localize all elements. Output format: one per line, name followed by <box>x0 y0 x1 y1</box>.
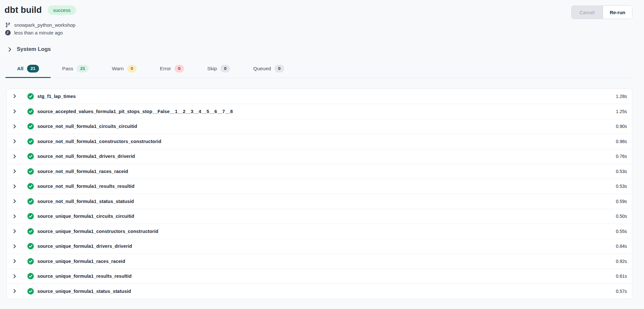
expand-chevron-icon[interactable] <box>11 108 18 115</box>
run-actions: Cancel Re-run <box>571 5 632 19</box>
node-name: source_not_null_formula1_constructors_co… <box>37 139 161 144</box>
run-detail-page: dbt build success Cancel Re-run snowpark… <box>0 0 644 299</box>
table-row[interactable]: source_unique_formula1_circuits_circuiti… <box>7 209 632 224</box>
expand-chevron-icon[interactable] <box>11 198 18 205</box>
node-name: source_accepted_values_formula1_pit_stop… <box>37 109 233 114</box>
pass-check-icon <box>27 168 34 175</box>
node-name: source_unique_formula1_drivers_driverid <box>37 244 132 249</box>
expand-chevron-icon[interactable] <box>11 273 18 279</box>
pass-check-icon <box>27 258 34 265</box>
system-logs-toggle[interactable]: System Logs <box>7 46 51 53</box>
expand-chevron-icon[interactable] <box>11 138 18 145</box>
node-duration: 0.59s <box>616 199 627 204</box>
node-name: source_unique_formula1_circuits_circuiti… <box>37 214 134 219</box>
node-duration: 0.98s <box>616 139 627 144</box>
expand-chevron-icon[interactable] <box>11 288 18 295</box>
pass-check-icon <box>27 123 34 130</box>
tab-label: Skip <box>207 66 217 72</box>
node-duration: 0.76s <box>616 154 627 159</box>
tab-label: Error <box>160 66 171 72</box>
node-name: source_not_null_formula1_results_resulti… <box>37 184 134 189</box>
node-duration: 0.55s <box>616 229 627 234</box>
node-name: stg_f1_lap_times <box>37 94 76 99</box>
pass-check-icon <box>27 228 34 235</box>
tab-queued[interactable]: Queued 0 <box>242 60 296 78</box>
title-wrap: dbt build success <box>5 5 76 15</box>
pass-check-icon <box>27 93 34 100</box>
node-duration: 0.90s <box>616 124 627 129</box>
table-row[interactable]: source_not_null_formula1_races_raceid 0.… <box>7 164 632 179</box>
page-title: dbt build <box>5 5 42 15</box>
node-name: source_unique_formula1_results_resultid <box>37 274 131 279</box>
expand-chevron-icon[interactable] <box>11 228 18 235</box>
table-row[interactable]: stg_f1_lap_times 1.28s <box>7 89 632 104</box>
table-row[interactable]: source_unique_formula1_races_raceid 0.92… <box>7 254 632 269</box>
node-duration: 0.92s <box>616 259 627 264</box>
table-row[interactable]: source_unique_formula1_status_statusid 0… <box>7 284 632 299</box>
run-meta: snowpark_python_workshop less than a min… <box>5 22 632 35</box>
clock-icon <box>5 30 11 35</box>
node-name: source_not_null_formula1_races_raceid <box>37 169 128 174</box>
table-row[interactable]: source_accepted_values_formula1_pit_stop… <box>7 104 632 119</box>
node-name: source_not_null_formula1_circuits_circui… <box>37 124 137 129</box>
expand-chevron-icon[interactable] <box>11 213 18 219</box>
pass-check-icon <box>27 108 34 115</box>
branch-line: snowpark_python_workshop <box>5 22 632 28</box>
tab-count-badge: 21 <box>77 65 89 72</box>
expand-chevron-icon[interactable] <box>11 153 18 159</box>
pass-check-icon <box>27 273 34 279</box>
pass-check-icon <box>27 243 34 249</box>
node-duration: 0.84s <box>616 244 627 249</box>
git-branch-icon <box>5 22 11 28</box>
node-duration: 1.28s <box>616 94 627 99</box>
tabs: All 21 Pass 21 Warn 0 Error 0 Skip 0 Que… <box>5 60 632 78</box>
node-name: source_not_null_formula1_drivers_driveri… <box>37 154 135 159</box>
pass-check-icon <box>27 198 34 205</box>
pass-check-icon <box>27 288 34 295</box>
table-row[interactable]: source_not_null_formula1_results_resulti… <box>7 179 632 194</box>
table-row[interactable]: source_unique_formula1_constructors_cons… <box>7 224 632 239</box>
pass-check-icon <box>27 138 34 145</box>
pass-check-icon <box>27 213 34 219</box>
branch-name: snowpark_python_workshop <box>14 22 75 28</box>
tab-count-badge: 0 <box>175 65 184 72</box>
table-row[interactable]: source_unique_formula1_results_resultid … <box>7 269 632 284</box>
table-row[interactable]: source_not_null_formula1_status_statusid… <box>7 194 632 209</box>
header: dbt build success Cancel Re-run <box>5 5 632 19</box>
tab-label: All <box>17 66 24 72</box>
tab-error[interactable]: Error 0 <box>148 60 196 78</box>
tab-all[interactable]: All 21 <box>5 60 51 78</box>
tab-warn[interactable]: Warn 0 <box>100 60 148 78</box>
node-duration: 0.61s <box>616 274 627 279</box>
tab-pass[interactable]: Pass 21 <box>51 60 101 78</box>
tab-label: Warn <box>112 66 123 72</box>
node-duration: 0.53s <box>616 169 627 174</box>
table-row[interactable]: source_not_null_formula1_constructors_co… <box>7 134 632 149</box>
cancel-button[interactable]: Cancel <box>572 6 603 19</box>
expand-chevron-icon[interactable] <box>11 258 18 265</box>
tab-count-badge: 0 <box>274 65 284 72</box>
table-row[interactable]: source_not_null_formula1_circuits_circui… <box>7 119 632 134</box>
node-duration: 1.25s <box>616 109 627 114</box>
node-duration: 0.50s <box>616 214 627 219</box>
expand-chevron-icon[interactable] <box>11 243 18 249</box>
node-duration: 0.53s <box>616 184 627 189</box>
time-line: less than a minute ago <box>5 30 632 35</box>
chevron-right-icon <box>7 47 13 52</box>
results-list: stg_f1_lap_times 1.28s source_accepted_v… <box>6 89 632 299</box>
tab-count-badge: 21 <box>27 65 39 72</box>
expand-chevron-icon[interactable] <box>11 183 18 189</box>
node-name: source_not_null_formula1_status_statusid <box>37 199 134 204</box>
expand-chevron-icon[interactable] <box>11 168 18 175</box>
tab-label: Pass <box>62 66 73 72</box>
tab-skip[interactable]: Skip 0 <box>196 60 242 78</box>
system-logs-label: System Logs <box>17 46 51 53</box>
expand-chevron-icon[interactable] <box>11 123 18 130</box>
rerun-button[interactable]: Re-run <box>603 6 632 19</box>
table-row[interactable]: source_not_null_formula1_drivers_driveri… <box>7 149 632 164</box>
expand-chevron-icon[interactable] <box>11 93 18 100</box>
table-row[interactable]: source_unique_formula1_drivers_driverid … <box>7 239 632 254</box>
tab-count-badge: 0 <box>127 65 137 72</box>
node-duration: 0.57s <box>616 289 627 294</box>
pass-check-icon <box>27 153 34 159</box>
